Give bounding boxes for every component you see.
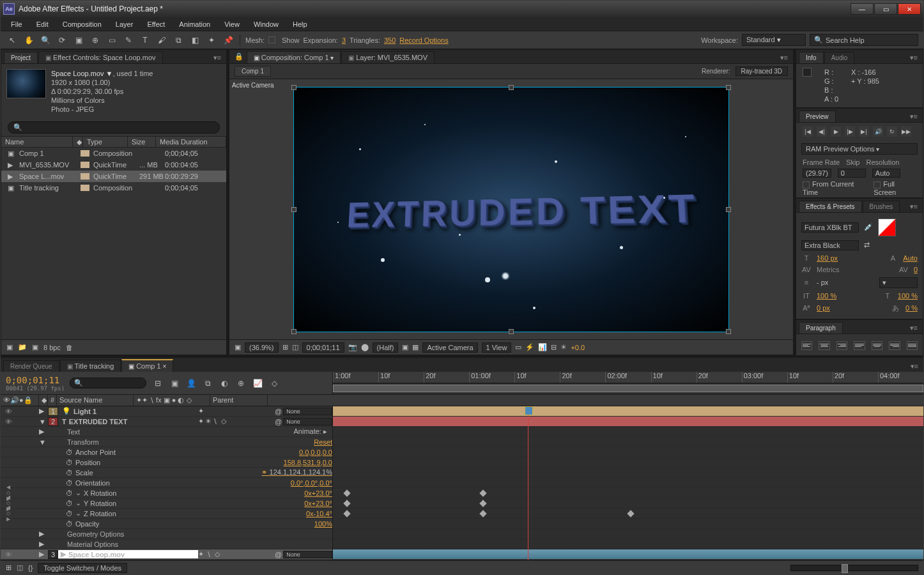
renderer-select[interactable]: Ray-traced 3D [735,66,788,76]
stopwatch-icon[interactable]: ⏱ [66,520,73,528]
bbox-handle[interactable] [726,207,731,212]
maximize-button[interactable]: ▭ [874,3,897,15]
snapshot-icon[interactable]: 📷 [348,343,357,351]
hscale-value[interactable]: 100 % [898,292,918,300]
info-tab[interactable]: Info [799,52,824,63]
playhead[interactable] [528,406,528,560]
scale-value[interactable]: ⚭ 124.1,124.1,124.1% [259,468,332,477]
property-row[interactable]: ▶TextAnimate: ▸ [1,427,332,437]
font-style-select[interactable]: Extra Black [801,240,859,250]
visibility-icon[interactable]: 👁 [4,418,12,425]
property-row[interactable]: ◀ ◇ ▶⏱ ⌄ X Rotation0x+23.0° [1,488,332,498]
keyframe-icon[interactable] [479,510,486,517]
keyframe-icon[interactable] [627,510,634,517]
timeline-search-input[interactable]: 🔍 [70,378,146,388]
stopwatch-icon[interactable]: ⏱ [66,459,73,466]
menu-layer[interactable]: Layer [109,19,140,30]
effects-presets-tab[interactable]: Effects & Presets [799,201,862,212]
brain-icon[interactable]: ⊕ [235,377,247,390]
parent-select[interactable]: None [283,408,332,415]
play-button[interactable]: ▶ [831,126,841,137]
next-frame-button[interactable]: |▶ [845,126,855,137]
project-item[interactable]: ▶Space L...movQuickTime291 MB0:00:29:29 [1,171,226,182]
visibility-icon[interactable]: 👁 [4,551,12,558]
visibility-icon[interactable]: 👁 [4,408,12,415]
menu-window[interactable]: Window [247,19,285,30]
new-comp-icon[interactable]: ▣ [32,343,38,351]
position-value[interactable]: 158.8,531.9,0.0 [281,459,332,466]
layer-number[interactable]: 1 [48,407,58,416]
panel-menu-icon[interactable]: ▾≡ [908,361,921,372]
exposure-value[interactable]: +0.0 [571,344,585,351]
property-row[interactable]: ▶Material Options [1,539,332,549]
keyframe-icon[interactable] [344,500,351,507]
close-button[interactable]: ✕ [898,3,921,15]
parent-pick-icon[interactable]: @ [275,551,282,558]
yrot-value[interactable]: 0x+23.0° [302,500,332,507]
font-size-value[interactable]: 160 px [817,254,838,262]
render-queue-tab[interactable]: Render Queue [3,360,59,372]
bbox-handle[interactable] [726,329,731,334]
property-row[interactable]: ▼TransformReset [1,437,332,447]
effect-controls-tab[interactable]: ▣ Effect Controls: Space Loop.mov [38,51,162,63]
toggle-icon[interactable]: ◫ [17,564,23,572]
layer-row[interactable]: 👁 ▶ 3 ▶ Space Loop.mov ✦∖◇ @None [1,549,332,560]
keyframe-icon[interactable] [479,489,486,496]
clone-tool-icon[interactable]: ⧉ [172,34,185,47]
time-ruler[interactable]: 1:00f10f20f01:00f10f20f02:00f10f20f03:00… [333,372,923,383]
draft-3d-icon[interactable]: ▣ [168,377,181,390]
anchor-value[interactable]: 0.0,0.0,0.0 [296,448,332,456]
pen-tool-icon[interactable]: ✎ [122,34,135,47]
ram-preview-button[interactable]: ▶▶ [901,126,911,137]
panel-menu-icon[interactable]: ▾≡ [907,323,920,334]
tsume-value[interactable]: 0 % [905,304,918,312]
always-preview-icon[interactable]: ▣ [235,343,241,351]
prev-frame-button[interactable]: ◀| [817,126,827,137]
roi-icon[interactable]: ▣ [402,343,408,351]
orient-value[interactable]: 0.0°,0.0°,0.0° [288,479,332,487]
ram-preview-options-select[interactable]: RAM Preview Options ▾ [801,143,918,155]
animate-menu-icon[interactable]: ▸ [323,427,327,435]
work-area[interactable] [333,383,923,394]
shape-tool-icon[interactable]: ▭ [105,34,118,47]
parent-pick-icon[interactable]: @ [275,418,282,425]
toggle-switches-button[interactable]: Toggle Switches / Modes [38,563,127,573]
stroke-value[interactable]: - px [817,279,828,286]
camera-tool-icon[interactable]: ▣ [72,34,85,47]
interpret-footage-icon[interactable]: ▣ [6,343,13,351]
property-row[interactable]: ▶Geometry Options [1,529,332,539]
comp-flowchart-icon[interactable]: ⊟ [551,343,557,351]
justify-all-button[interactable] [907,341,918,350]
justify-left-button[interactable] [854,341,865,350]
property-row[interactable]: ⏱ Anchor Point0.0,0.0,0.0 [1,447,332,457]
align-center-button[interactable] [819,341,829,350]
bbox-handle[interactable] [291,329,296,334]
channel-icon[interactable]: ⬤ [361,343,369,351]
bbox-handle[interactable] [726,85,731,90]
panel-menu-icon[interactable]: ▾≡ [907,111,920,122]
keyframe-nav[interactable]: ◀ ◇ ▶ [4,505,12,522]
first-frame-button[interactable]: |◀ [803,126,813,137]
font-family-select[interactable]: Futura XBlk BT [801,222,859,233]
trash-icon[interactable]: 🗑 [66,344,73,351]
last-frame-button[interactable]: ▶| [859,126,869,137]
search-help-input[interactable]: 🔍Search Help [810,34,918,46]
col-size[interactable]: Size [128,137,156,147]
swap-colors-icon[interactable]: ⇄ [864,241,870,249]
brushes-tab[interactable]: Brushes [863,201,900,212]
project-item[interactable]: ▣Comp 1Composition0;00;04;05 [1,148,226,159]
framerate-select[interactable]: (29.97) [803,169,831,178]
comp1-tab[interactable]: ▣ Comp 1 × [121,359,173,372]
align-right-button[interactable] [836,341,847,350]
kerning-value[interactable]: Metrics [817,266,839,273]
pan-behind-tool-icon[interactable]: ⊕ [89,34,102,47]
stopwatch-icon[interactable]: ⏱ [66,479,73,487]
puppet-tool-icon[interactable]: 📌 [222,34,235,47]
stopwatch-icon[interactable]: ⏱ [66,448,73,456]
stopwatch-icon[interactable]: ⏱ [66,489,73,497]
layer-row[interactable]: 👁 ▼ 2 TEXTRUDED TEXT ✦☀∖◇ @None [1,417,332,427]
keyframe-icon[interactable] [479,500,486,507]
fullscreen-checkbox[interactable] [874,181,881,188]
col-duration[interactable]: Media Duration [156,137,226,147]
col-label-icon[interactable]: ◆ [73,137,83,147]
